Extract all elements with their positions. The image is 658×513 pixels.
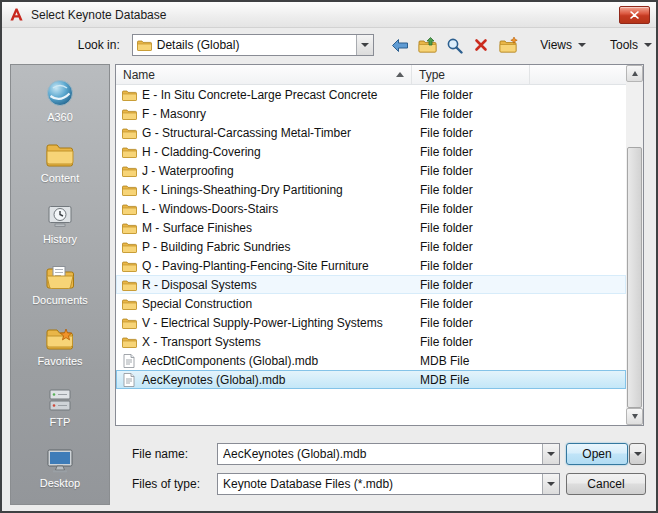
table-row[interactable]: G - Structural-Carcassing Metal-Timber F… bbox=[116, 123, 626, 142]
close-icon bbox=[630, 11, 639, 19]
file-name-label: File name: bbox=[132, 447, 217, 461]
back-button[interactable] bbox=[388, 33, 412, 57]
file-name-combobox[interactable] bbox=[217, 443, 560, 465]
delete-button[interactable] bbox=[469, 33, 493, 57]
ftp-icon bbox=[45, 380, 75, 413]
folder-icon bbox=[119, 260, 139, 272]
autocad-logo-icon bbox=[9, 7, 25, 23]
vertical-scrollbar[interactable] bbox=[626, 65, 643, 425]
folder-icon bbox=[119, 222, 139, 234]
table-row[interactable]: AecDtlComponents (Global).mdb MDB File bbox=[116, 351, 626, 370]
delete-icon bbox=[474, 38, 488, 52]
chevron-down-icon bbox=[634, 452, 642, 456]
chevron-down-icon[interactable] bbox=[542, 474, 559, 494]
search-icon bbox=[446, 37, 463, 54]
table-row[interactable]: E - In Situ Concrete-Large Precast Concr… bbox=[116, 85, 626, 104]
table-row[interactable]: Q - Paving-Planting-Fencing-Site Furnitu… bbox=[116, 256, 626, 275]
chevron-down-icon[interactable] bbox=[356, 35, 373, 55]
select-keynote-database-dialog: Select Keynote Database Look in: Details… bbox=[0, 0, 658, 513]
file-name-cell: M - Surface Finishes bbox=[139, 221, 413, 235]
file-name-input[interactable] bbox=[218, 447, 542, 461]
table-row[interactable]: V - Electrical Supply-Power-Lighting Sys… bbox=[116, 313, 626, 332]
file-name-cell: K - Linings-Sheathing-Dry Partitioning bbox=[139, 183, 413, 197]
views-menu-button[interactable]: Views bbox=[536, 35, 590, 55]
open-menu-button[interactable] bbox=[629, 443, 646, 465]
sidebar-item-favorites[interactable]: Favorites bbox=[11, 319, 109, 380]
file-name-cell: P - Building Fabric Sundries bbox=[139, 240, 413, 254]
table-row[interactable]: J - Waterproofing File folder bbox=[116, 161, 626, 180]
search-button[interactable] bbox=[442, 33, 466, 57]
sidebar-item-content[interactable]: Content bbox=[11, 136, 109, 197]
sidebar-item-a360[interactable]: A360 bbox=[11, 75, 109, 136]
file-name-cell: Q - Paving-Planting-Fencing-Site Furnitu… bbox=[139, 259, 413, 273]
triangle-up-icon bbox=[632, 71, 638, 76]
file-name-cell: H - Cladding-Covering bbox=[139, 145, 413, 159]
table-row[interactable]: AecKeynotes (Global).mdb MDB File bbox=[116, 370, 626, 389]
tools-menu-button[interactable]: Tools bbox=[606, 35, 656, 55]
look-in-combobox[interactable]: Details (Global) bbox=[132, 34, 374, 56]
column-header-name[interactable]: Name bbox=[116, 65, 412, 84]
file-name-cell: AecKeynotes (Global).mdb bbox=[139, 373, 413, 387]
folder-icon bbox=[119, 184, 139, 196]
file-name-cell: E - In Situ Concrete-Large Precast Concr… bbox=[139, 88, 413, 102]
tools-label: Tools bbox=[610, 38, 638, 52]
folder-icon bbox=[137, 39, 152, 51]
table-row[interactable]: R - Disposal Systems File folder bbox=[116, 275, 626, 294]
look-in-label: Look in: bbox=[2, 38, 132, 52]
files-of-type-combobox[interactable]: Keynote Database Files (*.mdb) bbox=[217, 473, 560, 495]
places-sidebar: A360 Content History bbox=[10, 64, 110, 505]
table-row[interactable]: M - Surface Finishes File folder bbox=[116, 218, 626, 237]
new-folder-icon bbox=[499, 37, 518, 53]
table-row[interactable]: F - Masonry File folder bbox=[116, 104, 626, 123]
chevron-down-icon bbox=[644, 43, 652, 47]
file-list-body: E - In Situ Concrete-Large Precast Concr… bbox=[116, 85, 626, 425]
look-in-value: Details (Global) bbox=[152, 38, 356, 52]
folder-icon bbox=[119, 336, 139, 348]
column-header-type[interactable]: Type bbox=[412, 65, 530, 84]
column-header-empty bbox=[530, 65, 626, 84]
close-button[interactable] bbox=[619, 6, 650, 24]
file-name-cell: G - Structural-Carcassing Metal-Timber bbox=[139, 126, 413, 140]
table-row[interactable]: H - Cladding-Covering File folder bbox=[116, 142, 626, 161]
folder-icon bbox=[119, 317, 139, 329]
up-one-level-button[interactable] bbox=[415, 33, 439, 57]
open-button[interactable]: Open bbox=[566, 443, 628, 465]
cancel-button[interactable]: Cancel bbox=[566, 473, 646, 495]
scroll-up-button[interactable] bbox=[626, 65, 643, 82]
table-row[interactable]: L - Windows-Doors-Stairs File folder bbox=[116, 199, 626, 218]
file-type-cell: File folder bbox=[413, 126, 473, 140]
folder-icon bbox=[119, 127, 139, 139]
chevron-down-icon bbox=[578, 43, 586, 47]
file-type-cell: File folder bbox=[413, 164, 473, 178]
file-name-cell: J - Waterproofing bbox=[139, 164, 413, 178]
sidebar-item-documents[interactable]: Documents bbox=[11, 258, 109, 319]
table-row[interactable]: K - Linings-Sheathing-Dry Partitioning F… bbox=[116, 180, 626, 199]
back-icon bbox=[391, 38, 409, 53]
file-type-cell: File folder bbox=[413, 259, 473, 273]
favorites-icon bbox=[45, 319, 75, 352]
table-row[interactable]: X - Transport Systems File folder bbox=[116, 332, 626, 351]
scroll-down-button[interactable] bbox=[626, 408, 643, 425]
scrollbar-thumb[interactable] bbox=[627, 147, 642, 408]
file-type-cell: File folder bbox=[413, 240, 473, 254]
history-icon bbox=[45, 197, 75, 230]
file-type-cell: File folder bbox=[413, 221, 473, 235]
files-of-type-value: Keynote Database Files (*.mdb) bbox=[218, 477, 542, 491]
file-name-cell: AecDtlComponents (Global).mdb bbox=[139, 354, 413, 368]
file-name-cell: R - Disposal Systems bbox=[139, 278, 413, 292]
folder-icon bbox=[119, 108, 139, 120]
table-row[interactable]: P - Building Fabric Sundries File folder bbox=[116, 237, 626, 256]
file-type-cell: File folder bbox=[413, 316, 473, 330]
file-type-cell: File folder bbox=[413, 145, 473, 159]
sidebar-item-ftp[interactable]: FTP bbox=[11, 380, 109, 441]
folder-icon bbox=[119, 279, 139, 291]
file-list: Name Type E - In Situ Concrete-Large Pre… bbox=[115, 64, 644, 426]
sidebar-item-desktop[interactable]: Desktop bbox=[11, 441, 109, 502]
chevron-down-icon[interactable] bbox=[542, 444, 559, 464]
new-folder-button[interactable] bbox=[496, 33, 520, 57]
table-row[interactable]: Special Construction File folder bbox=[116, 294, 626, 313]
files-of-type-label: Files of type: bbox=[132, 477, 217, 491]
folder-icon bbox=[119, 203, 139, 215]
content-folder-icon bbox=[45, 136, 75, 169]
sidebar-item-history[interactable]: History bbox=[11, 197, 109, 258]
